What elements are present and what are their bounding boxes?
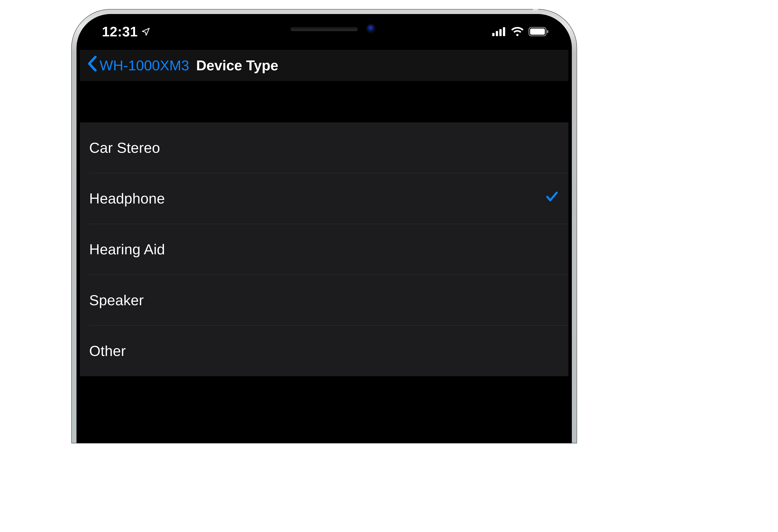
option-label: Hearing Aid [89, 241, 165, 258]
page-title: Device Type [196, 57, 279, 73]
device-frame: 12:31 [71, 9, 577, 443]
checkmark-icon [545, 190, 559, 207]
svg-rect-5 [530, 28, 545, 35]
svg-rect-6 [547, 30, 548, 33]
svg-rect-1 [496, 31, 498, 36]
navigation-bar: WH-1000XM3 Device Type [80, 50, 568, 81]
location-arrow-icon [141, 24, 150, 39]
back-button[interactable]: WH-1000XM3 [87, 56, 189, 75]
list-top-spacer [80, 81, 568, 122]
chevron-left-icon [87, 56, 97, 75]
back-label: WH-1000XM3 [99, 57, 189, 73]
svg-rect-3 [503, 27, 505, 36]
notch [206, 17, 442, 41]
option-car-stereo[interactable]: Car Stereo [80, 122, 568, 173]
status-time: 12:31 [102, 24, 138, 39]
earpiece-speaker [291, 27, 358, 31]
screen: 12:31 [80, 17, 568, 441]
cellular-signal-icon [492, 27, 507, 36]
option-label: Headphone [89, 190, 165, 207]
option-headphone[interactable]: Headphone [80, 173, 568, 224]
antenna-band [533, 9, 538, 11]
option-other[interactable]: Other [80, 326, 568, 376]
battery-icon [528, 27, 549, 36]
device-type-list: Car Stereo Headphone [80, 122, 568, 376]
front-camera [367, 24, 375, 33]
svg-rect-0 [492, 33, 494, 36]
svg-rect-2 [499, 29, 502, 36]
wifi-icon [511, 27, 524, 36]
option-speaker[interactable]: Speaker [80, 275, 568, 326]
option-label: Speaker [89, 292, 144, 308]
option-label: Car Stereo [89, 139, 160, 156]
option-label: Other [89, 343, 126, 359]
option-hearing-aid[interactable]: Hearing Aid [80, 224, 568, 275]
